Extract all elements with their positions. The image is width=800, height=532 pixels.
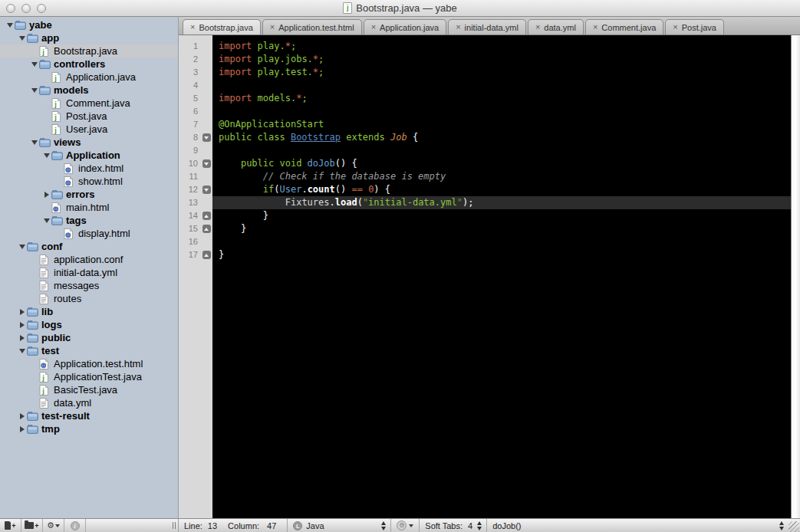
tree-item-application[interactable]: Application	[0, 149, 178, 162]
new-file-button[interactable]: +	[0, 519, 21, 532]
tree-item-comment-java[interactable]: jComment.java	[0, 97, 178, 110]
tab-bootstrap-java[interactable]: ×Bootstrap.java	[183, 19, 261, 34]
tree-item-show-html[interactable]: show.html	[0, 175, 178, 188]
disclosure-closed-icon[interactable]	[17, 322, 27, 328]
disclosure-open-icon[interactable]	[17, 349, 27, 353]
tab-label: Application.java	[380, 23, 439, 32]
fold-up-icon[interactable]	[202, 251, 211, 259]
vertical-scrollbar[interactable]	[791, 35, 800, 518]
fold-down-icon[interactable]	[202, 159, 211, 168]
tree-item-post-java[interactable]: jPost.java	[0, 110, 178, 123]
close-tab-icon[interactable]: ×	[190, 23, 195, 31]
java-file-icon: j	[51, 124, 63, 135]
folder-icon	[27, 320, 38, 330]
close-tab-icon[interactable]: ×	[371, 23, 376, 31]
disclosure-open-icon[interactable]	[29, 62, 39, 67]
zoom-window-button[interactable]	[37, 4, 46, 13]
tab-application-java[interactable]: ×Application.java	[364, 19, 447, 34]
text-file-icon	[39, 294, 51, 304]
close-tab-icon[interactable]: ×	[456, 23, 460, 31]
tree-item-tmp[interactable]: tmp	[0, 422, 178, 435]
tree-item-user-java[interactable]: jUser.java	[0, 123, 178, 136]
tree-item-messages[interactable]: messages	[0, 279, 178, 292]
code-line-5: import models.*;	[212, 92, 791, 105]
tree-item-public[interactable]: public	[0, 331, 178, 344]
disclosure-open-icon[interactable]	[41, 218, 51, 223]
tree-item-test-result[interactable]: test-result	[0, 409, 178, 422]
tree-item-views[interactable]: views	[0, 136, 178, 149]
language-popup-label[interactable]: Java	[306, 521, 377, 530]
disclosure-open-icon[interactable]	[41, 153, 51, 158]
disclosure-open-icon[interactable]	[5, 23, 15, 28]
symbol-popup-stepper[interactable]	[779, 521, 784, 530]
fold-up-icon[interactable]	[202, 225, 211, 233]
tree-item-data-yml[interactable]: data.yml	[0, 396, 178, 409]
tree-item-initial-data-yml[interactable]: initial-data.yml	[0, 266, 178, 279]
disclosure-closed-icon[interactable]	[17, 426, 27, 432]
tree-item-tags[interactable]: tags	[0, 214, 178, 227]
close-tab-icon[interactable]: ×	[270, 23, 275, 31]
tree-item-label: messages	[54, 279, 99, 292]
tree-item-application-java[interactable]: jApplication.java	[0, 71, 178, 84]
tab-comment-java[interactable]: ×Comment.java	[585, 19, 663, 34]
tree-item-main-html[interactable]: main.html	[0, 201, 178, 214]
disclosure-open-icon[interactable]	[29, 140, 39, 145]
tree-item-errors[interactable]: errors	[0, 188, 178, 201]
editor-pane: 1234567891011121314151617 import play.*;…	[179, 35, 800, 518]
close-tab-icon[interactable]: ×	[593, 23, 598, 31]
bundle-gear-icon[interactable]: ⚙	[397, 521, 407, 530]
textmate-window: j Bootstrap.java — yabe yabeappjBootstra…	[0, 0, 800, 532]
drawer-actions-button[interactable]: ⚙	[43, 519, 64, 532]
new-folder-icon	[25, 522, 34, 529]
tree-item-logs[interactable]: logs	[0, 318, 178, 331]
line-number: 4	[179, 79, 200, 92]
tree-item-index-html[interactable]: index.html	[0, 162, 178, 175]
fold-down-icon[interactable]	[202, 133, 211, 142]
fold-up-icon[interactable]	[202, 212, 211, 220]
tree-item-basictest-java[interactable]: jBasicTest.java	[0, 383, 178, 396]
tree-item-label: errors	[66, 188, 95, 201]
tree-item-models[interactable]: models	[0, 84, 178, 97]
window-resize-grip[interactable]	[788, 521, 799, 532]
info-button[interactable]: i	[64, 519, 86, 532]
tree-item-application-conf[interactable]: application.conf	[0, 253, 178, 266]
tree-item-test[interactable]: test	[0, 344, 178, 357]
tree-item-application-test-html[interactable]: Application.test.html	[0, 357, 178, 370]
tree-item-conf[interactable]: conf	[0, 240, 178, 253]
tree-item-display-html[interactable]: display.html	[0, 227, 178, 240]
tree-item-bootstrap-java[interactable]: jBootstrap.java	[0, 44, 178, 57]
line-number: 1	[179, 40, 200, 53]
tree-item-lib[interactable]: lib	[0, 305, 178, 318]
tree-item-app[interactable]: app	[0, 31, 178, 44]
bundle-menu-chevron-icon[interactable]	[409, 524, 413, 527]
close-tab-icon[interactable]: ×	[535, 23, 540, 31]
tab-post-java[interactable]: ×Post.java	[665, 19, 724, 34]
close-tab-icon[interactable]: ×	[673, 23, 677, 31]
title-bar: j Bootstrap.java — yabe	[0, 0, 800, 17]
disclosure-closed-icon[interactable]	[17, 335, 27, 341]
fold-down-icon[interactable]	[202, 186, 211, 194]
close-window-button[interactable]	[6, 4, 15, 13]
tab-application-test-html[interactable]: ×Application.test.html	[262, 19, 362, 34]
soft-tabs-stepper[interactable]	[477, 521, 482, 530]
tree-item-controllers[interactable]: controllers	[0, 57, 178, 71]
disclosure-open-icon[interactable]	[17, 36, 27, 41]
tree-item-routes[interactable]: routes	[0, 292, 178, 305]
language-popup-stepper[interactable]	[381, 521, 386, 530]
disclosure-closed-icon[interactable]	[17, 309, 27, 315]
disclosure-closed-icon[interactable]	[41, 192, 51, 198]
tab-data-yml[interactable]: ×data.yml	[528, 19, 584, 34]
minimize-window-button[interactable]	[21, 4, 31, 13]
symbol-popup-label[interactable]: doJob()	[487, 521, 526, 530]
drawer-resize-handle[interactable]	[173, 519, 176, 532]
tab-initial-data-yml[interactable]: ×initial-data.yml	[448, 19, 526, 34]
new-folder-button[interactable]: +	[21, 519, 43, 532]
disclosure-open-icon[interactable]	[29, 88, 39, 93]
code-line-12: if(User.count() == 0) {	[212, 183, 791, 196]
line-number: 2	[179, 53, 200, 66]
tree-item-yabe[interactable]: yabe	[0, 18, 178, 31]
code-area[interactable]: import play.*;import play.jobs.*;import …	[212, 35, 791, 518]
disclosure-closed-icon[interactable]	[17, 413, 27, 419]
tree-item-applicationtest-java[interactable]: jApplicationTest.java	[0, 370, 178, 383]
disclosure-open-icon[interactable]	[17, 245, 27, 249]
